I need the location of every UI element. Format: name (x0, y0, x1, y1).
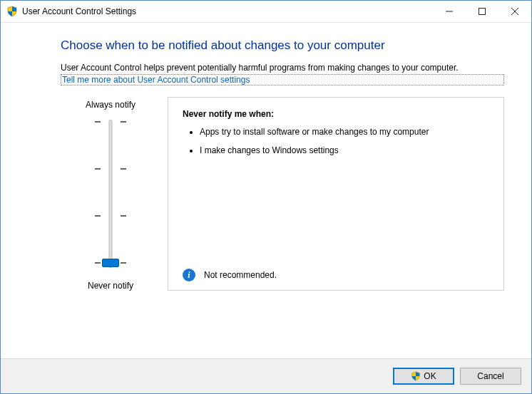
page-heading: Choose when to be notified about changes… (61, 38, 504, 53)
cancel-button[interactable]: Cancel (460, 368, 521, 385)
help-link[interactable]: Tell me more about User Account Control … (61, 74, 504, 85)
button-bar: OK Cancel (1, 358, 531, 393)
recommendation-row: i Not recommended. (183, 263, 489, 281)
window-title: User Account Control Settings (22, 6, 136, 16)
svg-rect-1 (479, 9, 486, 15)
info-bullet: I make changes to Windows settings (200, 145, 489, 156)
recommendation-text: Not recommended. (204, 270, 277, 280)
minimize-button[interactable] (433, 1, 466, 22)
ok-button-label: OK (424, 371, 436, 381)
notification-slider[interactable] (89, 115, 132, 272)
info-bullet: Apps try to install software or make cha… (200, 126, 489, 138)
info-bullet-list: Apps try to install software or make cha… (183, 126, 489, 163)
info-icon: i (183, 269, 195, 281)
page-description: User Account Control helps prevent poten… (61, 63, 504, 73)
uac-shield-icon (6, 6, 18, 17)
slider-track (109, 120, 113, 268)
slider-label-bottom: Never notify (61, 281, 160, 291)
slider-column: Always notify Never notify (61, 97, 160, 291)
info-panel: Never notify me when: Apps try to instal… (168, 97, 504, 291)
content-area: Choose when to be notified about changes… (1, 23, 531, 358)
slider-thumb[interactable] (102, 259, 119, 267)
cancel-button-label: Cancel (477, 371, 503, 381)
ok-button[interactable]: OK (393, 368, 454, 385)
maximize-button[interactable] (466, 1, 498, 22)
title-bar: User Account Control Settings (1, 1, 531, 23)
close-button[interactable] (498, 1, 531, 22)
info-panel-title: Never notify me when: (183, 109, 489, 119)
uac-shield-icon (411, 371, 421, 381)
slider-label-top: Always notify (61, 100, 160, 110)
caption-buttons (433, 1, 531, 22)
